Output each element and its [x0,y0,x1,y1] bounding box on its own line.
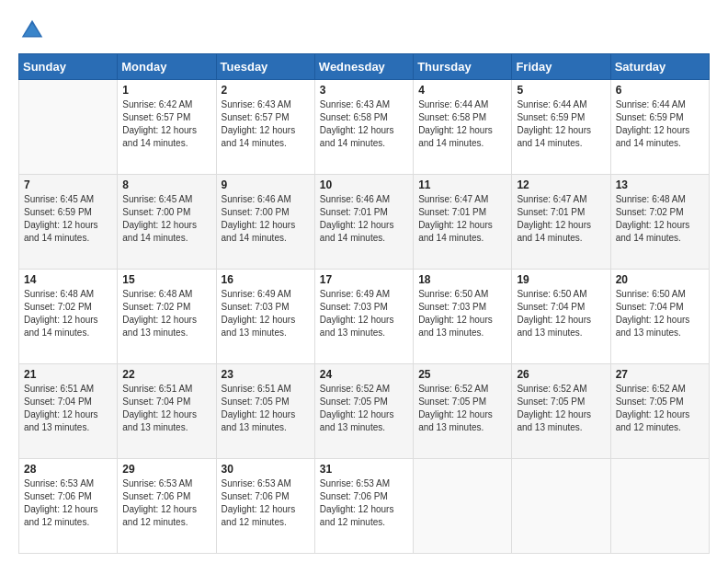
calendar-cell: 14Sunrise: 6:48 AMSunset: 7:02 PMDayligh… [19,270,118,364]
day-number: 4 [418,84,506,97]
calendar-cell: 17Sunrise: 6:49 AMSunset: 7:03 PMDayligh… [314,270,413,364]
calendar-week-row: 28Sunrise: 6:53 AMSunset: 7:06 PMDayligh… [19,459,710,554]
calendar-cell: 4Sunrise: 6:44 AMSunset: 6:58 PMDaylight… [414,80,512,175]
day-number: 3 [320,84,408,97]
calendar-cell: 9Sunrise: 6:46 AMSunset: 7:00 PMDaylight… [216,175,314,270]
calendar-cell: 19Sunrise: 6:50 AMSunset: 7:04 PMDayligh… [512,270,610,364]
header [18,17,710,44]
calendar-cell: 18Sunrise: 6:50 AMSunset: 7:03 PMDayligh… [414,270,512,364]
day-number: 2 [222,84,310,97]
day-info: Sunrise: 6:53 AMSunset: 7:06 PMDaylight:… [122,477,210,529]
day-header-friday: Friday [512,54,610,80]
day-number: 26 [517,368,605,381]
day-info: Sunrise: 6:52 AMSunset: 7:05 PMDaylight:… [517,383,605,434]
day-info: Sunrise: 6:45 AMSunset: 7:00 PMDaylight:… [122,193,210,245]
calendar-cell: 30Sunrise: 6:53 AMSunset: 7:06 PMDayligh… [216,459,314,554]
day-info: Sunrise: 6:44 AMSunset: 6:59 PMDaylight:… [616,98,704,150]
day-number: 28 [24,463,112,476]
calendar-cell [414,459,512,554]
day-number: 18 [418,273,506,286]
day-info: Sunrise: 6:52 AMSunset: 7:05 PMDaylight:… [418,383,506,434]
day-number: 14 [24,273,112,286]
day-number: 1 [122,84,210,97]
day-header-thursday: Thursday [414,54,512,80]
day-info: Sunrise: 6:48 AMSunset: 7:02 PMDaylight:… [24,288,112,339]
day-number: 15 [122,273,210,286]
day-info: Sunrise: 6:44 AMSunset: 6:58 PMDaylight:… [418,98,506,150]
calendar-cell: 11Sunrise: 6:47 AMSunset: 7:01 PMDayligh… [414,175,512,270]
day-info: Sunrise: 6:53 AMSunset: 7:06 PMDaylight:… [24,477,112,529]
day-info: Sunrise: 6:49 AMSunset: 7:03 PMDaylight:… [222,288,310,339]
day-info: Sunrise: 6:44 AMSunset: 6:59 PMDaylight:… [517,98,605,150]
day-info: Sunrise: 6:46 AMSunset: 7:00 PMDaylight:… [222,193,310,245]
day-number: 25 [418,368,506,381]
calendar-cell: 1Sunrise: 6:42 AMSunset: 6:57 PMDaylight… [118,80,216,175]
day-number: 31 [320,463,408,476]
logo [18,17,50,44]
day-number: 5 [517,84,605,97]
calendar-cell: 6Sunrise: 6:44 AMSunset: 6:59 PMDaylight… [610,80,709,175]
day-header-monday: Monday [118,54,216,80]
day-info: Sunrise: 6:53 AMSunset: 7:06 PMDaylight:… [320,477,408,529]
day-number: 29 [122,463,210,476]
day-number: 16 [222,273,310,286]
day-info: Sunrise: 6:51 AMSunset: 7:04 PMDaylight:… [24,383,112,434]
day-number: 21 [24,368,112,381]
calendar-week-row: 14Sunrise: 6:48 AMSunset: 7:02 PMDayligh… [19,270,710,364]
day-number: 24 [320,368,408,381]
calendar-cell [19,80,118,175]
calendar-week-row: 7Sunrise: 6:45 AMSunset: 6:59 PMDaylight… [19,175,710,270]
day-info: Sunrise: 6:45 AMSunset: 6:59 PMDaylight:… [24,193,112,245]
day-info: Sunrise: 6:48 AMSunset: 7:02 PMDaylight:… [616,193,704,245]
day-info: Sunrise: 6:42 AMSunset: 6:57 PMDaylight:… [122,98,210,150]
calendar-week-row: 1Sunrise: 6:42 AMSunset: 6:57 PMDaylight… [19,80,710,175]
day-info: Sunrise: 6:50 AMSunset: 7:04 PMDaylight:… [517,288,605,339]
day-header-saturday: Saturday [610,54,709,80]
calendar-cell: 23Sunrise: 6:51 AMSunset: 7:05 PMDayligh… [216,364,314,459]
calendar-cell: 10Sunrise: 6:46 AMSunset: 7:01 PMDayligh… [314,175,413,270]
day-info: Sunrise: 6:51 AMSunset: 7:04 PMDaylight:… [122,383,210,434]
day-number: 19 [517,273,605,286]
calendar-cell: 8Sunrise: 6:45 AMSunset: 7:00 PMDaylight… [118,175,216,270]
calendar-cell: 28Sunrise: 6:53 AMSunset: 7:06 PMDayligh… [19,459,118,554]
day-info: Sunrise: 6:48 AMSunset: 7:02 PMDaylight:… [122,288,210,339]
logo-icon [18,17,46,44]
calendar-header-row: SundayMondayTuesdayWednesdayThursdayFrid… [19,54,710,80]
day-number: 10 [320,178,408,191]
calendar-cell: 25Sunrise: 6:52 AMSunset: 7:05 PMDayligh… [414,364,512,459]
calendar-cell: 7Sunrise: 6:45 AMSunset: 6:59 PMDaylight… [19,175,118,270]
day-number: 8 [122,178,210,191]
day-number: 11 [418,178,506,191]
day-info: Sunrise: 6:50 AMSunset: 7:03 PMDaylight:… [418,288,506,339]
day-info: Sunrise: 6:43 AMSunset: 6:58 PMDaylight:… [320,98,408,150]
day-info: Sunrise: 6:46 AMSunset: 7:01 PMDaylight:… [320,193,408,245]
day-number: 22 [122,368,210,381]
day-number: 20 [616,273,704,286]
calendar-cell: 15Sunrise: 6:48 AMSunset: 7:02 PMDayligh… [118,270,216,364]
day-info: Sunrise: 6:50 AMSunset: 7:04 PMDaylight:… [616,288,704,339]
calendar-cell [512,459,610,554]
day-info: Sunrise: 6:53 AMSunset: 7:06 PMDaylight:… [222,477,310,529]
calendar-cell: 29Sunrise: 6:53 AMSunset: 7:06 PMDayligh… [118,459,216,554]
day-header-wednesday: Wednesday [314,54,413,80]
day-info: Sunrise: 6:52 AMSunset: 7:05 PMDaylight:… [616,383,704,434]
day-number: 12 [517,178,605,191]
calendar-cell: 20Sunrise: 6:50 AMSunset: 7:04 PMDayligh… [610,270,709,364]
day-info: Sunrise: 6:51 AMSunset: 7:05 PMDaylight:… [222,383,310,434]
day-header-sunday: Sunday [19,54,118,80]
calendar-cell: 13Sunrise: 6:48 AMSunset: 7:02 PMDayligh… [610,175,709,270]
day-info: Sunrise: 6:43 AMSunset: 6:57 PMDaylight:… [222,98,310,150]
calendar-cell: 26Sunrise: 6:52 AMSunset: 7:05 PMDayligh… [512,364,610,459]
calendar-cell: 22Sunrise: 6:51 AMSunset: 7:04 PMDayligh… [118,364,216,459]
calendar-cell: 12Sunrise: 6:47 AMSunset: 7:01 PMDayligh… [512,175,610,270]
calendar-cell: 16Sunrise: 6:49 AMSunset: 7:03 PMDayligh… [216,270,314,364]
calendar-cell: 21Sunrise: 6:51 AMSunset: 7:04 PMDayligh… [19,364,118,459]
calendar-table: SundayMondayTuesdayWednesdayThursdayFrid… [18,53,710,554]
calendar-cell: 27Sunrise: 6:52 AMSunset: 7:05 PMDayligh… [610,364,709,459]
calendar-cell: 3Sunrise: 6:43 AMSunset: 6:58 PMDaylight… [314,80,413,175]
day-number: 9 [222,178,310,191]
day-info: Sunrise: 6:47 AMSunset: 7:01 PMDaylight:… [418,193,506,245]
day-number: 13 [616,178,704,191]
calendar-cell: 5Sunrise: 6:44 AMSunset: 6:59 PMDaylight… [512,80,610,175]
day-number: 17 [320,273,408,286]
